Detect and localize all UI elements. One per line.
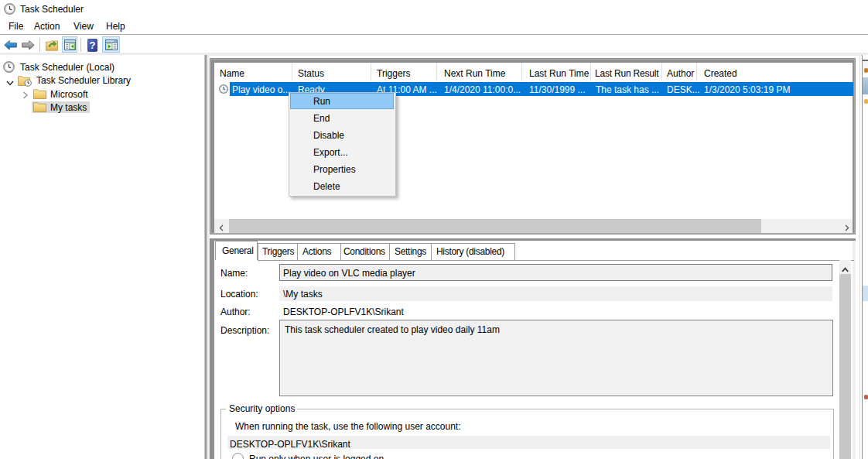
svg-text:?: ? xyxy=(90,39,96,51)
